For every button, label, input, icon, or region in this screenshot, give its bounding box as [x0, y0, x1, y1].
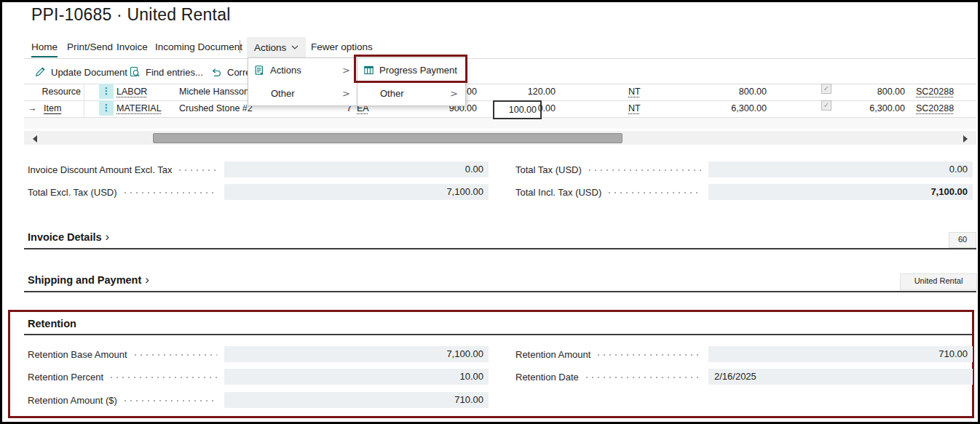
cell-type[interactable]: Item [44, 100, 61, 117]
field-retention-date: Retention Date 2/16/2025 [515, 369, 973, 385]
tab-fewer-options[interactable]: Fewer options [311, 40, 373, 56]
invoice-page: PPI-10685 · United Rental Home Print/Sen… [0, 0, 980, 424]
retention-date-value[interactable]: 2/16/2025 [708, 369, 973, 385]
row-checkbox[interactable]: ✓ [821, 100, 831, 111]
cell-line-amount[interactable]: 6,300.00 [731, 100, 767, 117]
dotted-leaders [125, 400, 217, 401]
focused-cell-input[interactable]: 100.00 [493, 100, 542, 119]
cell-discount[interactable]: 0.00 [538, 100, 556, 117]
field-label: Retention Percent [28, 372, 103, 383]
table-row[interactable]: Resource ⋮ LABOR Michele Hansson 00.00 1… [24, 84, 976, 100]
retention-amount-value[interactable]: 710.00 [708, 346, 973, 362]
dotted-leaders [111, 377, 217, 378]
cell-type[interactable]: Resource [24, 84, 81, 100]
field-total-excl-tax: Total Excl. Tax (USD) 7,100.00 [28, 184, 489, 200]
cell-doc-no-link[interactable]: SC20288 [916, 84, 954, 100]
scroll-right-arrow-icon[interactable] [963, 135, 968, 143]
total-tax-value[interactable]: 0.00 [708, 161, 973, 177]
chevron-right-icon: › [106, 232, 110, 242]
page-title: PPI-10685 · United Rental [31, 5, 231, 25]
cell-tax-group[interactable]: NT [628, 100, 641, 117]
shipping-payment-badge[interactable]: United Rental [900, 273, 977, 290]
menu-item-label: Other [271, 88, 295, 99]
field-total-incl-tax: Total Incl. Tax (USD) 7,100.00 [515, 184, 973, 200]
field-label: Total Incl. Tax (USD) [515, 187, 601, 198]
dotted-leaders [598, 354, 701, 356]
update-document-button[interactable]: Update Document [34, 63, 127, 81]
cell-description[interactable]: Michele Hansson [179, 84, 249, 100]
invoice-discount-value[interactable]: 0.00 [224, 161, 489, 177]
row-overflow-icon[interactable]: ⋮ [99, 84, 114, 99]
retention-amount-usd-value[interactable]: 710.00 [224, 392, 489, 408]
chevron-right-icon: > [342, 65, 350, 76]
field-label: Retention Amount [515, 349, 590, 360]
find-entries-label: Find entries... [146, 67, 203, 78]
field-label: Retention Date [515, 372, 579, 383]
tab-incoming-document[interactable]: Incoming Document [155, 40, 242, 56]
menu-item-label: Other [380, 88, 404, 99]
dotted-leaders [589, 169, 701, 171]
cell-discount[interactable]: 120.00 [528, 84, 556, 100]
tab-home[interactable]: Home [31, 40, 58, 57]
total-excl-tax-value[interactable]: 7,100.00 [224, 184, 489, 200]
table-row[interactable]: → Item ⋮ MATERIAL Crushed Stone #2 7 EA … [24, 100, 976, 117]
actions-dropdown-menu: Actions > Other > [248, 57, 358, 106]
chevron-right-icon: > [450, 88, 458, 99]
scrollbar-thumb[interactable] [153, 133, 623, 143]
tab-actions-label: Actions [254, 42, 286, 53]
progress-payment-highlight-box [354, 55, 467, 83]
section-title: Shipping and Payment [28, 274, 141, 286]
menu-item-other[interactable]: Other > [248, 81, 357, 105]
section-divider [24, 248, 976, 249]
tab-actions[interactable]: Actions [247, 37, 306, 57]
field-retention-percent: Retention Percent 10.00 [28, 369, 489, 385]
field-label: Retention Base Amount [28, 349, 127, 360]
update-document-label: Update Document [51, 67, 127, 78]
total-incl-tax-value[interactable]: 7,100.00 [708, 184, 973, 200]
retention-section-header: Retention [28, 318, 76, 329]
find-entries-icon [129, 66, 141, 78]
field-label: Retention Amount ($) [28, 395, 117, 406]
chevron-right-icon: > [342, 88, 350, 99]
tab-invoice[interactable]: Invoice [116, 40, 148, 56]
field-invoice-discount: Invoice Discount Amount Excl. Tax 0.00 [28, 161, 489, 177]
tab-print-send[interactable]: Print/Send [67, 40, 113, 56]
dotted-leaders [609, 192, 701, 193]
row-overflow-icon[interactable]: ⋮ [99, 100, 114, 116]
submenu-item-other[interactable]: Other > [357, 81, 465, 105]
invoice-details-badge[interactable]: 60 [949, 232, 976, 248]
field-label: Total Tax (USD) [515, 164, 582, 175]
cell-line-amount[interactable]: 800.00 [739, 84, 767, 100]
field-label: Total Excl. Tax (USD) [28, 187, 117, 198]
invoice-details-section-header[interactable]: Invoice Details › [28, 231, 109, 243]
field-retention-base-amount: Retention Base Amount 7,100.00 [28, 346, 489, 362]
cell-amount-incl[interactable]: 800.00 [877, 84, 905, 100]
tabs-divider-line [24, 58, 976, 59]
table-empty-row [24, 118, 976, 129]
retention-percent-value[interactable]: 10.00 [224, 369, 489, 385]
row-checkbox[interactable]: ✓ [821, 84, 831, 94]
section-divider [24, 334, 972, 335]
cell-no[interactable]: MATERIAL [116, 100, 162, 117]
cell-tax-group[interactable]: NT [628, 84, 641, 100]
undo-arrow-icon [210, 66, 222, 78]
cell-doc-no-link[interactable]: SC20288 [916, 100, 954, 117]
section-title: Retention [28, 318, 76, 329]
cell-amount-incl[interactable]: 6,300.00 [869, 100, 905, 117]
dotted-leaders [135, 354, 217, 356]
cell-no[interactable]: LABOR [116, 84, 147, 100]
field-label: Invoice Discount Amount Excl. Tax [28, 164, 172, 175]
shipping-payment-section-header[interactable]: Shipping and Payment › [28, 274, 149, 286]
actions-menu-icon [254, 65, 265, 76]
menu-item-label: Actions [270, 65, 301, 76]
scroll-left-arrow-icon[interactable] [33, 135, 37, 143]
section-title: Invoice Details [28, 231, 102, 243]
dotted-leaders [586, 377, 701, 378]
field-retention-amount: Retention Amount 710.00 [515, 346, 973, 362]
dotted-leaders [179, 169, 217, 171]
dotted-leaders [125, 192, 217, 193]
menu-item-actions[interactable]: Actions > [248, 58, 357, 81]
retention-base-amount-value[interactable]: 7,100.00 [224, 346, 489, 362]
cell-description[interactable]: Crushed Stone #2 [179, 100, 253, 117]
find-entries-button[interactable]: Find entries... [129, 63, 203, 81]
